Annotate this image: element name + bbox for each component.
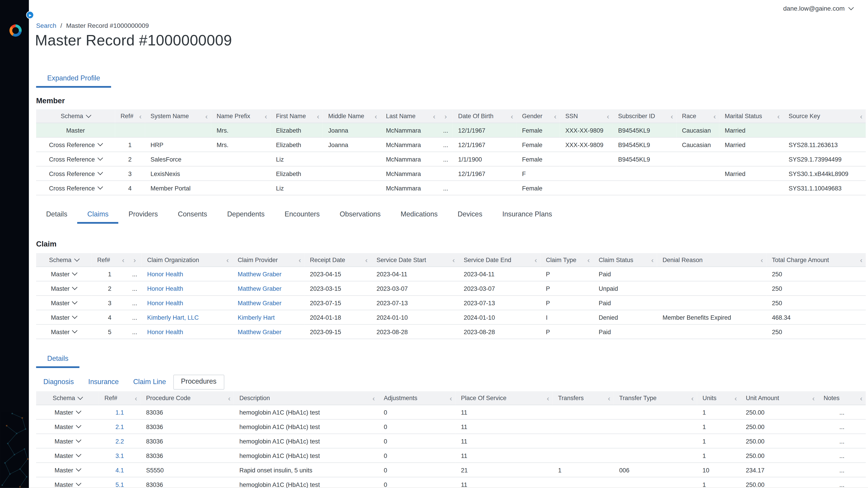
cell-schema[interactable]: Master (36, 281, 92, 295)
column-header-race[interactable]: Race‹ (676, 109, 719, 123)
claim_provider-link[interactable]: Kimberly Hart (238, 314, 275, 320)
claim_provider-link[interactable]: Matthew Graber (238, 299, 282, 306)
collapse-column-icon[interactable]: ‹ (860, 112, 863, 120)
column-header-last-name[interactable]: Last Name‹ (380, 109, 439, 123)
ref-link[interactable]: 5.1 (116, 481, 124, 488)
collapse-column-icon[interactable]: ‹ (671, 112, 673, 120)
column-header-expand[interactable]: › (439, 109, 453, 123)
column-header-place-of-service[interactable]: Place Of Service‹ (456, 391, 553, 405)
cell-schema[interactable]: Master (36, 463, 99, 477)
collapse-column-icon[interactable]: ‹ (299, 256, 301, 263)
tab-dependents[interactable]: Dependents (217, 207, 275, 224)
claim_provider-link[interactable]: Matthew Graber (238, 328, 282, 335)
column-header-adjustments[interactable]: Adjustments‹ (378, 391, 455, 405)
collapse-column-icon[interactable]: ‹ (373, 394, 375, 402)
tab-expanded-profile[interactable]: Expanded Profile (36, 71, 111, 88)
column-header-schema[interactable]: Schema (36, 109, 115, 123)
collapse-column-icon[interactable]: ‹ (761, 256, 763, 263)
cell-schema[interactable]: Master (36, 123, 115, 137)
collapse-column-icon[interactable]: ‹ (651, 256, 654, 263)
cell-schema[interactable]: Master (36, 405, 99, 419)
cell-schema[interactable]: Master (36, 434, 99, 448)
column-header-transfers[interactable]: Transfers‹ (553, 391, 614, 405)
collapse-column-icon[interactable]: ‹ (375, 112, 377, 120)
claim_provider-link[interactable]: Matthew Graber (238, 271, 282, 277)
cell-schema[interactable]: Cross Reference (36, 137, 115, 152)
tab-medications[interactable]: Medications (391, 207, 447, 224)
cell-schema[interactable]: Master (36, 310, 92, 324)
sidebar-toggle-button[interactable]: ▸ (26, 11, 34, 19)
tab-insurance-plans[interactable]: Insurance Plans (492, 207, 562, 224)
column-header-total-charge-amount[interactable]: Total Charge Amount‹ (766, 253, 866, 267)
breadcrumb-search-link[interactable]: Search (36, 22, 57, 29)
collapse-column-icon[interactable]: ‹ (122, 256, 125, 263)
column-header-source-key[interactable]: Source Key‹ (783, 109, 866, 123)
claim_provider-link[interactable]: Matthew Graber (238, 285, 282, 292)
column-header-claim-status[interactable]: Claim Status‹ (593, 253, 657, 267)
column-header-expand[interactable]: › (128, 253, 142, 267)
column-header-denial-reason[interactable]: Denial Reason‹ (657, 253, 766, 267)
cell-schema[interactable]: Cross Reference (36, 152, 115, 166)
user-menu[interactable]: dane.low@gaine.com (783, 5, 853, 11)
cell-schema[interactable]: Master (36, 267, 92, 281)
collapse-column-icon[interactable]: ‹ (554, 112, 557, 120)
column-header-schema[interactable]: Schema (36, 391, 99, 405)
column-header-receipt-date[interactable]: Receipt Date‹ (304, 253, 371, 267)
claim_organization-link[interactable]: Honor Health (147, 285, 183, 292)
collapse-column-icon[interactable]: ‹ (205, 112, 208, 120)
column-header-notes[interactable]: Notes‹ (818, 391, 866, 405)
collapse-column-icon[interactable]: ‹ (713, 112, 716, 120)
collapse-column-icon[interactable]: ‹ (139, 112, 142, 120)
column-header-ref[interactable]: Ref#‹ (92, 253, 128, 267)
cell-schema[interactable]: Master (36, 295, 92, 310)
ref-link[interactable]: 2.2 (116, 437, 124, 444)
collapse-column-icon[interactable]: ‹ (587, 256, 590, 263)
collapse-column-icon[interactable]: ‹ (608, 394, 610, 402)
collapse-column-icon[interactable]: ‹ (450, 394, 452, 402)
column-header-claim-type[interactable]: Claim Type‹ (540, 253, 593, 267)
collapse-column-icon[interactable]: ‹ (607, 112, 609, 120)
collapse-column-icon[interactable]: ‹ (812, 394, 815, 402)
collapse-column-icon[interactable]: ‹ (265, 112, 267, 120)
collapse-column-icon[interactable]: ‹ (691, 394, 694, 402)
column-header-marital-status[interactable]: Marital Status‹ (719, 109, 783, 123)
cell-schema[interactable]: Master (36, 477, 99, 488)
column-header-subscriber-id[interactable]: Subscriber ID‹ (613, 109, 677, 123)
column-header-first-name[interactable]: First Name‹ (270, 109, 322, 123)
tab-encounters[interactable]: Encounters (275, 207, 330, 224)
collapse-column-icon[interactable]: ‹ (452, 256, 455, 263)
collapse-column-icon[interactable]: ‹ (226, 256, 229, 263)
column-header-schema[interactable]: Schema (36, 253, 92, 267)
collapse-column-icon[interactable]: ‹ (510, 112, 513, 120)
column-header-date-of-birth[interactable]: Date Of Birth‹ (453, 109, 517, 123)
column-header-service-date-end[interactable]: Service Date End‹ (458, 253, 540, 267)
expand-column-icon[interactable]: › (133, 256, 136, 263)
column-header-name-prefix[interactable]: Name Prefix‹ (211, 109, 271, 123)
column-header-claim-organization[interactable]: Claim Organization‹ (142, 253, 232, 267)
column-header-service-date-start[interactable]: Service Date Start‹ (371, 253, 458, 267)
collapse-column-icon[interactable]: ‹ (777, 112, 780, 120)
ref-link[interactable]: 4.1 (116, 466, 124, 473)
claim_organization-link[interactable]: Honor Health (147, 299, 183, 306)
claim_organization-link[interactable]: Honor Health (147, 271, 183, 277)
tab-providers[interactable]: Providers (119, 207, 168, 224)
collapse-column-icon[interactable]: ‹ (317, 112, 319, 120)
column-header-system-name[interactable]: System Name‹ (145, 109, 211, 123)
collapse-column-icon[interactable]: ‹ (860, 394, 863, 402)
tab-details[interactable]: Details (36, 351, 80, 368)
app-logo-icon[interactable] (9, 24, 22, 37)
collapse-column-icon[interactable]: ‹ (860, 256, 863, 263)
collapse-column-icon[interactable]: ‹ (365, 256, 368, 263)
column-header-gender[interactable]: Gender‹ (517, 109, 560, 123)
column-header-ref[interactable]: Ref#‹ (115, 109, 145, 123)
subtab-claim-line[interactable]: Claim Line (126, 375, 173, 389)
collapse-column-icon[interactable]: ‹ (535, 256, 537, 263)
subtab-insurance[interactable]: Insurance (81, 375, 126, 389)
column-header-transfer-type[interactable]: Transfer Type‹ (614, 391, 697, 405)
cell-schema[interactable]: Cross Reference (36, 166, 115, 181)
cell-schema[interactable]: Master (36, 324, 92, 339)
collapse-column-icon[interactable]: ‹ (135, 394, 137, 402)
tab-observations[interactable]: Observations (330, 207, 391, 224)
collapse-column-icon[interactable]: ‹ (228, 394, 230, 402)
ref-link[interactable]: 3.1 (116, 452, 124, 459)
